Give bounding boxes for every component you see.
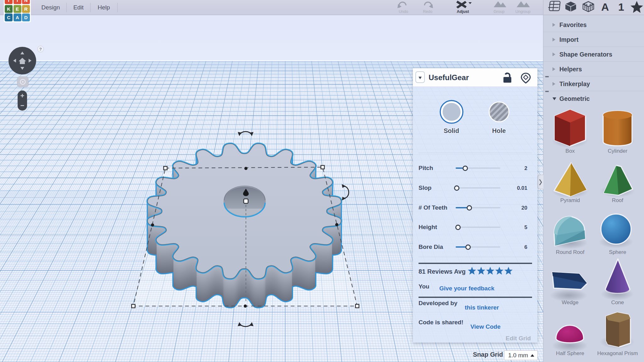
svg-text:A: A <box>601 1 609 13</box>
svg-text:?: ? <box>39 47 42 52</box>
svg-text:1: 1 <box>618 1 624 13</box>
